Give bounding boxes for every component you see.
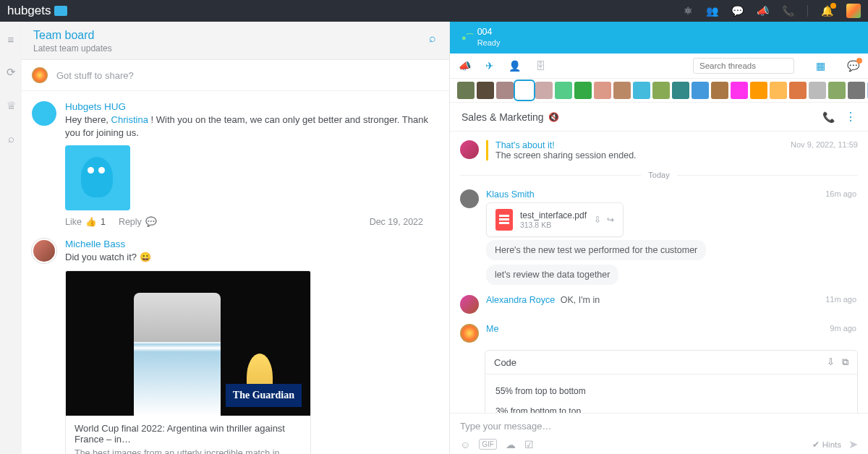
msg-time: 11m ago	[825, 295, 856, 304]
post-text: Hey there, Christina ! With you on the t…	[65, 113, 438, 140]
attach-icon[interactable]: ☁	[506, 439, 516, 450]
status-ready: Ready	[477, 38, 501, 48]
gif-icon[interactable]: GIF	[479, 439, 497, 450]
mute-icon[interactable]: 🔇	[548, 112, 559, 122]
file-attachment[interactable]: test_interface.pdf 313.8 KB ⇩ ↪	[486, 202, 624, 237]
contact-tab-icon[interactable]: 👤	[509, 60, 521, 72]
channel-avatar[interactable]	[477, 82, 494, 99]
channel-avatar[interactable]	[770, 82, 787, 99]
msg-author[interactable]: Alexandra Royce	[486, 295, 555, 305]
sys-time: Nov 9, 2022, 11:59	[791, 140, 858, 149]
feed: Hubgets HUG Hey there, Christina ! With …	[22, 91, 449, 454]
avatar-hug[interactable]	[32, 101, 56, 126]
copy-code-icon[interactable]: ⧉	[842, 356, 848, 368]
msg-time: 16m ago	[825, 189, 856, 198]
search-threads-input[interactable]	[693, 58, 794, 74]
message-me: 9m ago Me	[450, 321, 868, 346]
msg-author[interactable]: Klaus Smith	[486, 189, 535, 200]
card-title: World Cup final 2022: Argentina win thri…	[75, 423, 302, 445]
notification-badge	[830, 3, 836, 9]
welcome-image	[65, 145, 130, 210]
download-code-icon[interactable]: ⇩	[827, 356, 835, 368]
channel-avatar[interactable]	[848, 82, 865, 99]
avatar-klaus[interactable]	[460, 189, 479, 208]
avatar-me[interactable]	[460, 324, 479, 343]
mention[interactable]: Christina	[111, 114, 148, 125]
channel-avatar[interactable]	[457, 82, 475, 99]
avatar-michelle[interactable]	[32, 239, 56, 263]
download-icon[interactable]: ⇩	[594, 215, 601, 225]
search-icon[interactable]: ⌕	[8, 132, 14, 145]
grid-icon[interactable]: ▦	[816, 60, 825, 72]
atom-icon[interactable]: ⚛	[684, 5, 693, 17]
emoji-icon[interactable]: ☺	[460, 439, 470, 450]
share-icon[interactable]: ↪	[607, 215, 614, 225]
people-icon[interactable]: 👥	[706, 5, 718, 17]
channel-avatar[interactable]	[574, 82, 592, 99]
channel-avatar[interactable]	[789, 82, 807, 99]
chat-bubble-icon[interactable]: 💬	[847, 60, 859, 72]
call-icon[interactable]: 📞	[822, 111, 835, 123]
channel-avatar[interactable]	[496, 82, 514, 99]
channel-avatar[interactable]	[731, 82, 748, 99]
channel-avatar[interactable]	[672, 82, 689, 99]
pdf-icon	[495, 209, 513, 231]
menu-icon[interactable]: ≡	[8, 33, 14, 46]
share-row[interactable]: Got stuff to share?	[22, 60, 449, 91]
megaphone-icon[interactable]: 📣	[757, 5, 769, 17]
post-text: Did you watch it? 😀	[65, 251, 438, 264]
channel-avatar[interactable]	[535, 82, 553, 99]
main: Team board Latest team updates ⌕ Got stu…	[22, 22, 868, 454]
chat-icon[interactable]: 💬	[731, 5, 744, 17]
phone-icon[interactable]: 📞	[782, 5, 794, 17]
refresh-icon[interactable]: ⟳	[7, 66, 16, 79]
hints-button[interactable]: ✔ Hints	[812, 440, 841, 450]
bell-icon[interactable]: 🔔	[821, 5, 833, 17]
chat-badge	[856, 58, 862, 64]
file-size: 313.8 KB	[520, 220, 587, 229]
channel-avatar[interactable]	[692, 82, 709, 99]
send-button[interactable]: ➤	[848, 437, 858, 451]
channel-avatar[interactable]	[555, 82, 572, 99]
channel-avatar[interactable]	[594, 82, 611, 99]
post-date: Dec 19, 2022	[370, 217, 423, 227]
check-icon[interactable]: ☑	[524, 439, 534, 450]
post-author[interactable]: Michelle Bass	[65, 239, 438, 249]
channel-avatar[interactable]	[711, 82, 728, 99]
avatar-alexandra[interactable]	[460, 295, 479, 314]
channel-avatar[interactable]	[633, 82, 650, 99]
reply-button[interactable]: Reply 💬	[119, 216, 157, 227]
user-avatar[interactable]	[846, 4, 861, 18]
file-name: test_interface.pdf	[520, 210, 587, 220]
system-message: That's about it! The screen sharing sess…	[450, 137, 868, 163]
code-label: Code	[494, 357, 516, 368]
megaphone-tab-icon[interactable]: 📣	[459, 60, 471, 72]
crown-icon[interactable]: ♕	[7, 99, 16, 112]
board-search-icon[interactable]: ⌕	[429, 32, 436, 45]
channel-avatar[interactable]	[652, 82, 670, 99]
compose-input[interactable]: Type your message…	[460, 419, 858, 437]
day-divider: Today	[460, 171, 858, 179]
card-image: The Guardian	[66, 271, 310, 416]
like-button[interactable]: Like 👍 1	[65, 216, 106, 227]
channel-avatar[interactable]	[516, 82, 533, 99]
link-card[interactable]: The Guardian World Cup final 2022: Argen…	[65, 270, 311, 454]
search-threads[interactable]	[693, 58, 794, 74]
channel-header: Sales & Marketing 🔇 📞 ⋮	[450, 102, 868, 132]
msg-time: 9m ago	[830, 324, 856, 333]
logo[interactable]: hubgets	[7, 4, 67, 18]
channel-avatar[interactable]	[828, 82, 846, 99]
send-tab-icon[interactable]: ✈	[485, 60, 494, 72]
chat-column: ●⁀ 004 Ready 📣 ✈ 👤 🗄 ▦ 💬 Sales & Marketi…	[450, 22, 868, 454]
msg-text: OK, I'm in	[561, 295, 600, 305]
channel-avatar[interactable]	[809, 82, 826, 99]
post-hug: Hubgets HUG Hey there, Christina ! With …	[22, 91, 449, 234]
self-avatar	[32, 67, 48, 83]
channel-avatar[interactable]	[613, 82, 631, 99]
more-icon[interactable]: ⋮	[845, 110, 856, 124]
post-author[interactable]: Hubgets HUG	[65, 101, 438, 112]
channel-avatar[interactable]	[750, 82, 767, 99]
msg-author: Me	[486, 324, 498, 334]
divider	[807, 5, 808, 17]
archive-tab-icon[interactable]: 🗄	[535, 60, 545, 72]
